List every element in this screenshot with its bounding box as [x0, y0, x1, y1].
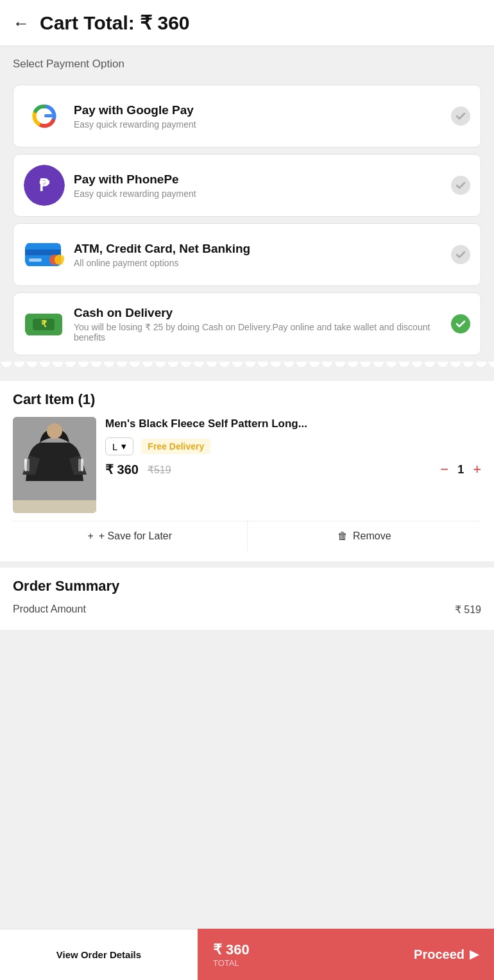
cart-item-name: Men's Black Fleece Self Pattern Long...: [105, 417, 481, 431]
phonepe-check: [451, 176, 470, 195]
qty-decrease-button[interactable]: −: [440, 462, 448, 477]
price-row: ₹ 360 ₹519 − 1 +: [105, 462, 481, 477]
wavy-divider: [0, 362, 494, 381]
cart-item-details: Men's Black Fleece Self Pattern Long... …: [105, 417, 481, 477]
save-label: + Save for Later: [99, 530, 172, 542]
payment-option-googlepay[interactable]: Pay with Google Pay Easy quick rewarding…: [13, 85, 481, 148]
googlepay-check: [451, 106, 470, 126]
price-current: ₹ 360: [105, 462, 139, 477]
proceed-total-label: TOTAL: [213, 958, 250, 968]
payment-section-label: Select Payment Option: [13, 58, 481, 71]
svg-rect-17: [13, 500, 96, 513]
svg-rect-14: [81, 459, 83, 471]
save-remove-row: + + Save for Later 🗑 Remove: [13, 521, 481, 551]
phonepe-icon: ₱: [24, 165, 65, 206]
svg-text:₱: ₱: [39, 176, 50, 195]
save-icon: +: [87, 530, 93, 542]
order-row-product-amount: Product Amount ₹ 519: [13, 600, 481, 620]
cart-item: Men's Black Fleece Self Pattern Long... …: [13, 417, 481, 513]
proceed-arrow-icon: ▶: [470, 947, 479, 961]
qty-value: 1: [457, 463, 464, 477]
cod-name: Cash on Delivery: [74, 306, 442, 320]
bottom-bar: View Order Details ₹ 360 TOTAL Proceed ▶: [0, 929, 494, 980]
svg-text:₹: ₹: [41, 319, 47, 329]
svg-rect-5: [29, 258, 42, 262]
svg-rect-13: [27, 459, 30, 471]
proceed-button[interactable]: ₹ 360 TOTAL Proceed ▶: [198, 929, 494, 980]
svg-point-7: [55, 255, 65, 265]
svg-rect-1: [44, 114, 53, 117]
qty-controls: − 1 +: [440, 462, 481, 477]
proceed-amount: ₹ 360: [213, 942, 250, 958]
order-summary-section: Order Summary Product Amount ₹ 519: [0, 568, 494, 630]
proceed-label: Proceed ▶: [414, 947, 479, 962]
proceed-amount-block: ₹ 360 TOTAL: [213, 942, 250, 968]
payment-option-card[interactable]: ATM, Credit Card, Net Banking All online…: [13, 223, 481, 286]
header: ← Cart Total: ₹ 360: [0, 0, 494, 46]
cod-desc: You will be losing ₹ 25 by doing Cash on…: [74, 322, 442, 342]
cod-text: Cash on Delivery You will be losing ₹ 25…: [74, 306, 442, 342]
card-check: [451, 245, 470, 264]
phonepe-text: Pay with PhonePe Easy quick rewarding pa…: [74, 173, 442, 199]
googlepay-text: Pay with Google Pay Easy quick rewarding…: [74, 103, 442, 130]
trash-icon: 🗑: [337, 530, 348, 542]
card-text: ATM, Credit Card, Net Banking All online…: [74, 242, 442, 268]
payment-options-list: Pay with Google Pay Easy quick rewarding…: [0, 85, 494, 355]
card-name: ATM, Credit Card, Net Banking: [74, 242, 442, 256]
svg-rect-4: [25, 249, 61, 255]
remove-button[interactable]: 🗑 Remove: [248, 521, 482, 551]
free-delivery-badge: Free Delivery: [141, 439, 210, 454]
payment-option-cod[interactable]: ₹ Cash on Delivery You will be losing ₹ …: [13, 292, 481, 355]
card-desc: All online payment options: [74, 258, 442, 268]
card-icon: [24, 234, 65, 275]
payment-option-phonepe[interactable]: ₱ Pay with PhonePe Easy quick rewarding …: [13, 154, 481, 217]
order-summary-title: Order Summary: [13, 578, 481, 595]
price-original: ₹519: [148, 464, 171, 476]
size-delivery-row: L ▾ Free Delivery: [105, 437, 481, 455]
qty-increase-button[interactable]: +: [473, 462, 481, 477]
svg-rect-15: [78, 459, 81, 471]
view-order-details-button[interactable]: View Order Details: [0, 929, 198, 980]
phonepe-desc: Easy quick rewarding payment: [74, 189, 442, 199]
remove-label: Remove: [353, 530, 391, 542]
svg-point-16: [47, 423, 62, 439]
size-value: L: [112, 441, 117, 452]
cod-check: [451, 314, 470, 334]
size-chevron: ▾: [121, 441, 126, 452]
svg-point-0: [24, 96, 64, 136]
product-image: [13, 417, 96, 513]
back-button[interactable]: ←: [13, 15, 30, 31]
cart-section: Cart Item (1): [0, 381, 494, 561]
save-for-later-button[interactable]: + + Save for Later: [13, 521, 248, 551]
payment-section-header: Select Payment Option: [0, 46, 494, 85]
product-amount-label: Product Amount: [13, 604, 86, 616]
page-title: Cart Total: ₹ 360: [40, 12, 190, 34]
cart-title: Cart Item (1): [13, 391, 481, 408]
googlepay-icon: [24, 96, 65, 137]
phonepe-name: Pay with PhonePe: [74, 173, 442, 187]
cod-icon: ₹: [24, 303, 65, 344]
product-amount-value: ₹ 519: [455, 604, 481, 616]
googlepay-name: Pay with Google Pay: [74, 103, 442, 117]
googlepay-desc: Easy quick rewarding payment: [74, 119, 442, 130]
svg-rect-12: [24, 459, 27, 471]
size-selector[interactable]: L ▾: [105, 437, 133, 455]
